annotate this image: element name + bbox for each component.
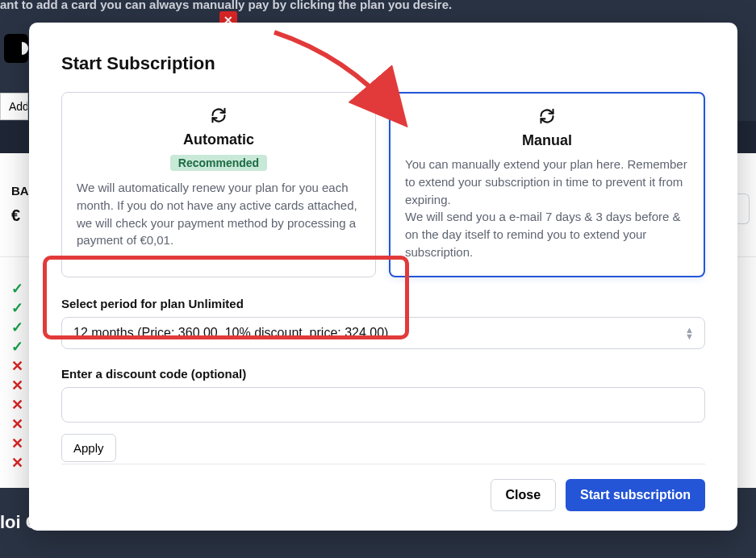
card-logo [4,34,28,63]
option-automatic[interactable]: Automatic Recommended We will automatica… [61,92,376,277]
close-button[interactable]: Close [491,479,557,511]
option-manual[interactable]: Manual You can manually extend your plan… [389,92,705,277]
refresh-icon [77,107,361,127]
apply-button[interactable]: Apply [61,434,116,462]
x-icon: ✕ [11,356,23,376]
period-select[interactable]: 12 months (Price: 360.00, 10% discount, … [61,317,705,349]
option-manual-title: Manual [405,132,689,149]
option-manual-desc: You can manually extend your plan here. … [405,156,689,261]
option-automatic-desc: We will automatically renew your plan fo… [77,179,361,249]
x-icon: ✕ [11,453,23,473]
bg-hint-text: ant to add a card you can always manuall… [0,0,452,11]
modal-title: Start Subscription [61,53,705,74]
check-icon: ✓ [11,298,23,318]
x-icon: ✕ [11,414,23,434]
discount-label: Enter a discount code (optional) [61,367,705,381]
check-icon: ✓ [11,279,23,298]
recommended-badge: Recommended [170,155,267,171]
start-subscription-modal: Start Subscription Automatic Recommended… [29,23,737,531]
option-automatic-title: Automatic [77,131,361,148]
bg-label-ba: BA [11,184,29,198]
check-icon: ✓ [11,318,23,337]
plan-mode-options: Automatic Recommended We will automatica… [61,92,705,277]
refresh-icon [405,108,689,127]
start-subscription-button[interactable]: Start subscription [566,479,705,511]
chevron-updown-icon: ▲▼ [685,327,694,339]
period-select-wrap: 12 months (Price: 360.00, 10% discount, … [61,317,705,349]
add-card-button[interactable]: Add [0,93,28,120]
modal-footer: Close Start subscription [61,464,705,511]
x-icon: ✕ [11,434,23,453]
period-label: Select period for plan Unlimited [61,297,705,310]
x-icon: ✕ [11,376,23,395]
discount-code-input[interactable] [61,387,705,423]
x-icon: ✕ [11,395,23,414]
check-icon: ✓ [11,337,23,356]
bg-label-euro: € [11,206,20,225]
feature-check-column: ✓ ✓ ✓ ✓ ✕ ✕ ✕ ✕ ✕ ✕ [11,279,23,473]
